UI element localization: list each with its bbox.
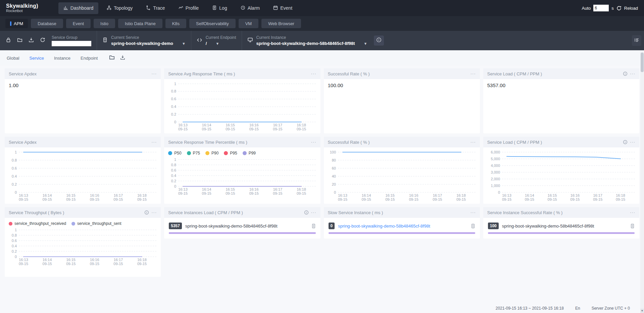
current-endpoint-selector[interactable]: Current Endpoint /▼ xyxy=(193,35,240,46)
legend-item-sent[interactable]: service_throughput_sent xyxy=(71,221,121,226)
nav-item-profile[interactable]: Profile xyxy=(174,2,204,14)
vertical-scrollbar[interactable]: ▼ xyxy=(640,52,644,313)
dashboard-manage-button[interactable] xyxy=(14,35,26,46)
topology-icon xyxy=(107,5,111,11)
svg-text:0: 0 xyxy=(498,190,500,194)
svg-text:16:1409-15: 16:1409-15 xyxy=(525,193,534,201)
svg-text:16:1809-15: 16:1809-15 xyxy=(297,187,306,195)
lock-templates-button[interactable] xyxy=(3,35,14,46)
panel-collapse-button[interactable] xyxy=(632,35,641,46)
card-menu-icon[interactable]: ··· xyxy=(470,141,476,143)
page-tab-istio-data-plane[interactable]: Istio Data Plane xyxy=(118,19,162,28)
card-info-icon[interactable] xyxy=(304,210,309,215)
svg-text:1: 1 xyxy=(174,158,176,162)
export-icon[interactable] xyxy=(120,55,125,61)
card-menu-icon[interactable]: ··· xyxy=(151,211,157,213)
card-menu-icon[interactable]: ··· xyxy=(630,211,635,213)
svg-text:16:1409-15: 16:1409-15 xyxy=(202,123,211,131)
scrollbar-thumb[interactable] xyxy=(641,53,644,72)
service-group-input[interactable] xyxy=(52,41,91,46)
instance-detail-icon[interactable] xyxy=(630,224,635,229)
page-tab-k8s[interactable]: K8s xyxy=(165,19,186,28)
import-export-button[interactable] xyxy=(26,35,37,46)
card-info-icon[interactable] xyxy=(623,71,628,76)
page-tab-apm[interactable]: APM xyxy=(5,19,28,28)
toolbar-separator xyxy=(242,31,242,50)
scrollbar-down-arrow[interactable]: ▼ xyxy=(640,309,644,313)
page-tab-selfobservability[interactable]: SelfObservability xyxy=(189,19,236,28)
card-response-time-percentile: Service Response Time Percentile ( ms ) … xyxy=(164,137,320,204)
svg-text:1: 1 xyxy=(15,150,17,154)
nav-label: Topology xyxy=(114,5,133,11)
template-folder-icon[interactable] xyxy=(109,55,115,61)
toolbar-info-button[interactable] xyxy=(374,36,384,46)
card-title: Successful Rate ( % ) xyxy=(328,140,370,145)
card-menu-icon[interactable]: ··· xyxy=(311,73,316,75)
card-title: Successful Rate ( % ) xyxy=(328,71,370,76)
card-menu-icon[interactable]: ··· xyxy=(630,73,635,75)
language-selector[interactable]: En xyxy=(575,306,580,311)
download-icon xyxy=(29,37,34,44)
svg-text:0.6: 0.6 xyxy=(171,97,176,101)
reload-label[interactable]: Reload xyxy=(624,6,638,11)
page-tab-istio[interactable]: Istio xyxy=(94,19,115,28)
legend-item-p75[interactable]: P75 xyxy=(187,151,200,155)
current-service-selector[interactable]: Current Service spring-boot-skywalking-d… xyxy=(99,35,189,46)
service-group-selector: Service Group xyxy=(48,35,95,46)
page-tab-web-browser[interactable]: Web Browser xyxy=(261,19,301,28)
nav-item-log[interactable]: Log xyxy=(207,2,232,14)
logo-subtitle: Rocketbot xyxy=(6,9,38,13)
legend-item-p95[interactable]: P95 xyxy=(224,151,237,155)
page-tab-vm[interactable]: VM xyxy=(239,19,259,28)
nav-item-alarm[interactable]: Alarm xyxy=(236,2,265,14)
instance-detail-icon[interactable] xyxy=(471,224,475,229)
toolbar-separator xyxy=(191,31,191,50)
legend-item-received[interactable]: service_throughput_received xyxy=(9,221,66,226)
legend-item-p50[interactable]: P50 xyxy=(168,151,181,155)
tab-global[interactable]: Global xyxy=(7,56,19,61)
instance-detail-icon[interactable] xyxy=(311,224,316,229)
card-info-icon[interactable] xyxy=(623,140,628,144)
tab-instance[interactable]: Instance xyxy=(54,56,70,61)
view-tab-tools xyxy=(109,55,125,61)
card-menu-icon[interactable]: ··· xyxy=(151,73,157,75)
reload-icon[interactable] xyxy=(616,6,622,11)
svg-text:0.2: 0.2 xyxy=(171,179,176,183)
nav-item-dashboard[interactable]: Dashboard xyxy=(58,2,99,14)
legend-item-p99[interactable]: P99 xyxy=(243,151,256,155)
card-menu-icon[interactable]: ··· xyxy=(151,141,157,143)
nav-item-trace[interactable]: Trace xyxy=(141,2,170,14)
svg-text:4,000: 4,000 xyxy=(491,164,500,168)
current-instance-selector[interactable]: Current Instance spring-boot-skywalking-… xyxy=(244,35,371,46)
current-endpoint-value: / xyxy=(206,41,207,46)
instance-value-badge: 100 xyxy=(488,223,499,229)
instance-name: spring-boot-skywalking-demo-58b48465cf-8… xyxy=(185,224,278,229)
card-menu-icon[interactable]: ··· xyxy=(470,211,476,213)
card-info-icon[interactable] xyxy=(144,210,149,215)
nav-label: Trace xyxy=(153,5,165,11)
tab-endpoint[interactable]: Endpoint xyxy=(81,56,98,61)
card-menu-icon[interactable]: ··· xyxy=(470,73,476,75)
svg-text:0.4: 0.4 xyxy=(12,174,17,178)
time-range-picker[interactable]: 2021-09-15 16:13 ~ 2021-09-15 16:18 xyxy=(496,306,564,311)
refresh-templates-button[interactable] xyxy=(37,35,48,46)
avg-response-time-chart: 00.20.40.60.8116:1309-1516:1409-1516:150… xyxy=(167,81,317,132)
card-menu-icon[interactable]: ··· xyxy=(311,211,316,213)
card-successful-rate-trend: Successful Rate ( % ) ··· 02040608010016… xyxy=(324,137,480,204)
legend-item-p90[interactable]: P90 xyxy=(205,151,218,155)
nav-item-topology[interactable]: Topology xyxy=(102,2,138,14)
instance-load-bar xyxy=(329,232,475,234)
nav-item-event[interactable]: Event xyxy=(268,2,297,14)
card-menu-icon[interactable]: ··· xyxy=(311,141,316,143)
card-menu-icon[interactable]: ··· xyxy=(630,141,635,143)
card-title: Service Instances Load ( CPM / PPM ) xyxy=(168,210,243,215)
instance-name-link[interactable]: spring-boot-skywalking-demo-58b48465cf-8… xyxy=(338,224,430,229)
svg-text:0.8: 0.8 xyxy=(12,233,17,237)
svg-text:20: 20 xyxy=(332,182,336,186)
page-tab-database[interactable]: Database xyxy=(31,19,63,28)
tab-service[interactable]: Service xyxy=(30,56,44,61)
page-tab-event[interactable]: Event xyxy=(66,19,91,28)
chevron-down-icon: ▼ xyxy=(215,42,219,46)
svg-text:16:1609-15: 16:1609-15 xyxy=(249,187,259,195)
auto-interval-input[interactable] xyxy=(593,5,609,11)
